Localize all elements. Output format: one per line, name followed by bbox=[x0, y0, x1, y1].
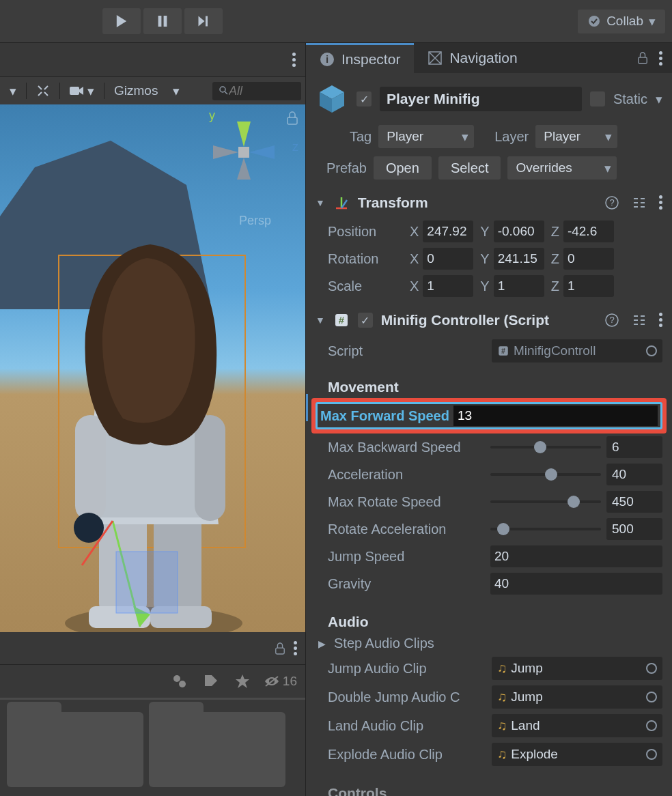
max-forward-speed-field[interactable] bbox=[453, 406, 658, 426]
lock-icon[interactable] bbox=[637, 52, 648, 64]
prefab-select-button[interactable]: Select bbox=[438, 156, 501, 180]
jump-audio-field[interactable]: ♫Jump bbox=[492, 657, 662, 680]
panel-menu-icon[interactable] bbox=[659, 51, 662, 66]
orientation-gizmo[interactable] bbox=[203, 111, 285, 193]
rotate-acceleration-slider[interactable] bbox=[490, 528, 601, 530]
scale-y-field[interactable] bbox=[494, 275, 544, 297]
prefab-overrides-dropdown[interactable]: Overrides bbox=[507, 156, 617, 180]
gizmos-dropdown[interactable]: Gizmos bbox=[109, 80, 163, 102]
rotate-acceleration-field[interactable] bbox=[606, 518, 662, 540]
chevron-down-icon: ▾ bbox=[649, 14, 656, 29]
tag-dropdown[interactable]: Player bbox=[378, 125, 474, 148]
position-y-field[interactable] bbox=[494, 221, 544, 242]
transform-icon bbox=[333, 195, 350, 211]
tab-navigation[interactable]: Navigation bbox=[414, 43, 531, 73]
prefab-label: Prefab bbox=[326, 160, 367, 176]
panel-menu-icon[interactable] bbox=[292, 53, 296, 67]
gameobject-name-field[interactable] bbox=[380, 87, 582, 111]
foldout-icon: ▼ bbox=[316, 197, 325, 208]
explode-audio-field[interactable]: ♫Explode bbox=[492, 743, 662, 766]
collab-icon bbox=[587, 14, 601, 28]
pause-button[interactable] bbox=[143, 8, 182, 34]
tools-icon[interactable] bbox=[31, 80, 55, 102]
object-picker-icon[interactable] bbox=[646, 663, 657, 674]
collab-dropdown[interactable]: Collab ▾ bbox=[578, 10, 665, 33]
inspector-body: Static ▾ Tag Player Layer Player Prefab … bbox=[306, 73, 672, 796]
svg-rect-0 bbox=[158, 16, 162, 27]
object-picker-icon[interactable] bbox=[646, 692, 657, 702]
chevron-down-icon[interactable]: ▾ bbox=[656, 91, 662, 107]
foldout-icon[interactable]: ▶ bbox=[318, 638, 326, 649]
object-picker-icon[interactable] bbox=[646, 345, 657, 356]
position-z-field[interactable] bbox=[563, 221, 614, 242]
panel-menu-icon[interactable] bbox=[294, 641, 297, 655]
tab-inspector[interactable]: i Inspector bbox=[306, 43, 414, 73]
jump-speed-field[interactable] bbox=[490, 545, 662, 567]
static-checkbox[interactable] bbox=[590, 91, 605, 106]
scale-x-field[interactable] bbox=[423, 275, 473, 297]
object-picker-icon[interactable] bbox=[646, 720, 657, 731]
help-icon[interactable]: ? bbox=[604, 313, 619, 328]
transform-component-header[interactable]: ▼ Transform ? bbox=[306, 188, 672, 218]
active-checkbox[interactable] bbox=[356, 91, 372, 106]
star-icon[interactable] bbox=[232, 671, 253, 692]
hidden-icon[interactable]: 16 bbox=[264, 671, 297, 692]
movement-section-title: Movement bbox=[306, 372, 672, 398]
acceleration-field[interactable] bbox=[606, 464, 662, 485]
scale-z-field[interactable] bbox=[563, 275, 614, 297]
prefab-open-button[interactable]: Open bbox=[374, 156, 432, 180]
filter-icon[interactable] bbox=[169, 671, 190, 692]
acceleration-slider[interactable] bbox=[490, 473, 601, 476]
component-menu-icon[interactable] bbox=[659, 195, 662, 210]
svg-rect-35 bbox=[634, 202, 638, 203]
double-jump-audio-field[interactable]: ♫Jump bbox=[492, 685, 662, 709]
max-backward-speed-field[interactable] bbox=[606, 436, 662, 458]
layer-dropdown[interactable]: Player bbox=[535, 125, 617, 148]
svg-text:i: i bbox=[326, 53, 328, 65]
gameobject-header: Static ▾ bbox=[306, 73, 672, 122]
info-icon: i bbox=[320, 52, 335, 67]
script-object-field[interactable]: # MinifigControll bbox=[492, 339, 662, 363]
play-button[interactable] bbox=[102, 8, 141, 34]
svg-point-5 bbox=[220, 87, 225, 92]
step-button[interactable] bbox=[184, 8, 223, 34]
lock-icon[interactable] bbox=[275, 642, 285, 655]
scene-view[interactable]: y z Persp bbox=[0, 104, 305, 632]
rotation-x-field[interactable] bbox=[423, 248, 473, 270]
controls-section-title: Controls bbox=[306, 778, 672, 796]
svg-point-23 bbox=[179, 681, 186, 687]
script-component-header[interactable]: ▼ # Minifig Controller (Script ? bbox=[306, 305, 672, 335]
gravity-field[interactable] bbox=[490, 573, 662, 595]
rotation-z-field[interactable] bbox=[563, 248, 614, 270]
component-menu-icon[interactable] bbox=[659, 313, 662, 328]
svg-rect-4 bbox=[70, 87, 79, 95]
folder-item[interactable] bbox=[7, 712, 143, 787]
tag-icon[interactable] bbox=[201, 671, 221, 692]
camera-dropdown[interactable]: ▾ bbox=[64, 80, 100, 102]
land-audio-field[interactable]: ♫Land bbox=[492, 714, 662, 737]
max-rotate-speed-slider[interactable] bbox=[490, 500, 601, 503]
rotation-y-field[interactable] bbox=[494, 248, 544, 270]
svg-text:#: # bbox=[501, 347, 505, 355]
max-forward-speed-label: Max Forward Speed bbox=[320, 408, 449, 424]
svg-rect-1 bbox=[164, 16, 167, 27]
folder-item[interactable] bbox=[149, 712, 285, 787]
max-backward-speed-slider[interactable] bbox=[490, 446, 601, 449]
shading-dropdown[interactable]: ▾ bbox=[4, 80, 22, 102]
scene-search[interactable] bbox=[212, 82, 301, 100]
svg-rect-45 bbox=[634, 319, 638, 321]
help-icon[interactable]: ? bbox=[604, 195, 619, 210]
preset-icon[interactable] bbox=[632, 195, 647, 210]
gizmos-arrow[interactable]: ▾ bbox=[167, 80, 185, 102]
position-x-field[interactable] bbox=[423, 221, 473, 242]
preset-icon[interactable] bbox=[632, 313, 647, 328]
svg-rect-21 bbox=[276, 648, 284, 654]
svg-text:#: # bbox=[339, 314, 345, 326]
scene-search-input[interactable] bbox=[229, 84, 270, 98]
max-rotate-speed-field[interactable] bbox=[606, 491, 662, 513]
svg-point-3 bbox=[589, 16, 600, 27]
component-enabled-checkbox[interactable] bbox=[358, 313, 373, 328]
svg-rect-14 bbox=[75, 415, 106, 521]
object-picker-icon[interactable] bbox=[646, 749, 657, 760]
lock-icon[interactable] bbox=[286, 111, 298, 128]
